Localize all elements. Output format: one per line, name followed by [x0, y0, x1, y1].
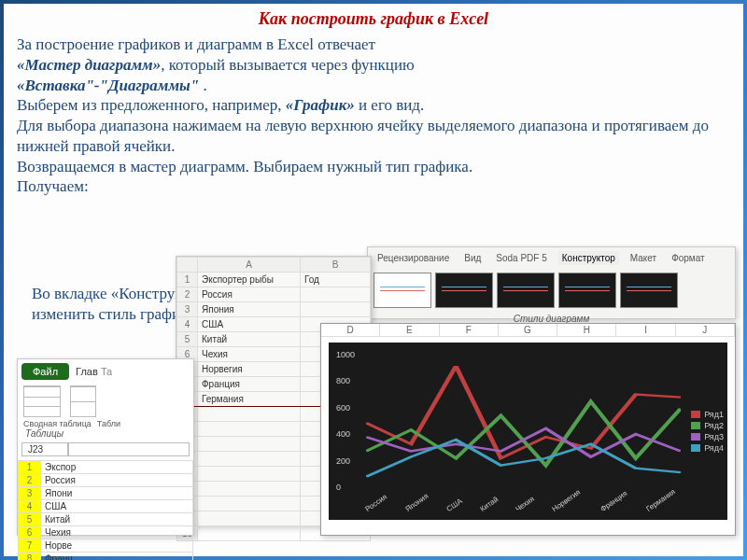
- ribbon-tab[interactable]: Рецензирование: [374, 251, 453, 265]
- ribbon-tab[interactable]: Формат: [668, 251, 709, 265]
- worksheet-left: Файл Глав Та Сводная таблица Табли Табли…: [17, 358, 194, 536]
- chart-style-thumb[interactable]: [374, 273, 431, 308]
- chart-style-thumb[interactable]: [435, 273, 493, 308]
- text: Во вкладке: [32, 285, 111, 302]
- text: , который вызывается через функцию: [161, 56, 415, 74]
- text-bold: «Вставка"-"Диаграммы": [17, 77, 199, 94]
- text: и его вид.: [355, 96, 424, 114]
- text: Получаем:: [17, 177, 89, 195]
- chart-style-thumb[interactable]: [497, 273, 555, 308]
- text: Выберем из предложенного, например,: [17, 96, 286, 114]
- ribbon-tab[interactable]: Макет: [627, 251, 660, 265]
- text-bold: «Мастер диаграмм»: [17, 56, 161, 74]
- worksheet-table[interactable]: 1Экспор2Россия3Япони4США5Китай6Чехия7Нор…: [18, 460, 193, 560]
- excel-ribbon: РецензированиеВидSoda PDF 5КонструкторМа…: [367, 246, 736, 319]
- ribbon-tab[interactable]: Soda PDF 5: [492, 251, 550, 265]
- text-bold: «Конструктор»: [111, 285, 213, 302]
- sub-note: Во вкладке «Конструктор» можно изменить …: [32, 284, 293, 325]
- chart-style-thumb[interactable]: [620, 273, 678, 308]
- chart-area: DEFGHIJ 10008006004002000 РоссияЯпонияСШ…: [320, 323, 736, 536]
- ribbon-tab[interactable]: Конструктор: [558, 251, 619, 265]
- chart-style-thumb[interactable]: [558, 273, 616, 308]
- text-bold: «График»: [286, 96, 355, 114]
- name-box[interactable]: J23: [21, 442, 68, 456]
- chart-legend: Ряд1Ряд2Ряд3Ряд4: [691, 408, 724, 455]
- chart-styles-row: [368, 269, 735, 312]
- table-icon[interactable]: [70, 385, 96, 417]
- ribbon-tabs: РецензированиеВидSoda PDF 5КонструкторМа…: [368, 247, 735, 269]
- body-paragraph: За построение графиков и диаграмм в Exce…: [17, 35, 730, 197]
- home-tab[interactable]: Глав: [76, 366, 98, 377]
- chart-3d-line[interactable]: 10008006004002000 РоссияЯпонияСШАКитайЧе…: [329, 343, 727, 520]
- plot-area: [366, 352, 681, 494]
- tab-fragment: Та: [101, 366, 112, 377]
- file-tab[interactable]: Файл: [21, 363, 69, 380]
- pivot-table-icon[interactable]: [23, 385, 61, 417]
- tables-group-label: Таблицы: [18, 428, 193, 439]
- text: .: [199, 77, 207, 94]
- y-axis: 10008006004002000: [336, 350, 355, 492]
- column-headers: DEFGHIJ: [321, 324, 735, 337]
- text: За построение графиков и диаграмм в Exce…: [17, 35, 375, 53]
- pivot-label: Сводная таблица: [23, 419, 92, 428]
- text: Для выбора диапазона нажимаем на левую в…: [17, 117, 709, 155]
- styles-group-label: Стили диаграмм: [368, 312, 735, 324]
- formula-bar[interactable]: [68, 442, 190, 456]
- x-axis: РоссияЯпонияСШАКитайЧехияНорвегияФранция…: [366, 506, 681, 514]
- text: Возвращаемся в мастер диаграмм. Выбираем…: [17, 158, 472, 175]
- slide-title: Как построить график в Excel: [17, 9, 730, 29]
- ribbon-tab[interactable]: Вид: [460, 251, 485, 265]
- table-label: Табли: [97, 419, 120, 428]
